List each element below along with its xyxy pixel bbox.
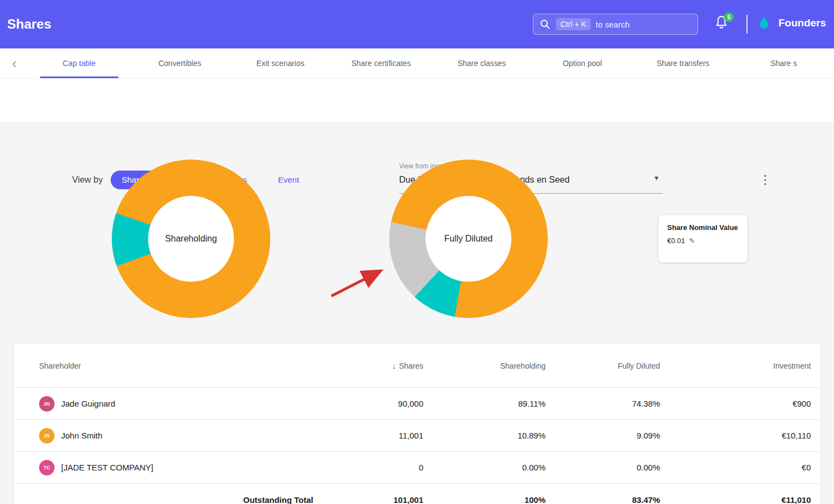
shareholding-value: 0.00% xyxy=(423,463,546,472)
totals-investment: €11,010 xyxy=(660,495,811,504)
tab-share-splits[interactable]: Share s xyxy=(733,48,834,78)
table-row[interactable]: TC [JADE TEST COMPANY] 0 0.00% 0.00% €0 xyxy=(14,452,821,484)
fully-diluted-value: 0.00% xyxy=(546,463,660,472)
totals-shares: 101,001 xyxy=(313,495,423,504)
table-row[interactable]: JS John Smith 11,001 10.89% 9.09% €10,11… xyxy=(14,420,821,452)
shareholder-name: [JADE TEST COMPANY] xyxy=(61,463,154,472)
avatar: JS xyxy=(39,428,54,443)
shareholding-donut-chart: Shareholding xyxy=(112,160,270,318)
totals-label: Outstanding Total xyxy=(39,495,313,504)
active-tab-underline xyxy=(40,76,118,78)
page-title: Shares xyxy=(7,17,51,32)
chevron-down-icon: ▾ xyxy=(655,173,658,182)
shares-value: 0 xyxy=(313,463,423,472)
fully-diluted-value: 9.09% xyxy=(546,431,660,440)
filter-bar: View by Shareholding Share Class Event V… xyxy=(0,79,834,123)
app-header: Shares Ctrl + K to search 5 Founders xyxy=(0,0,834,48)
shares-value: 90,000 xyxy=(313,399,423,408)
investment-value: €900 xyxy=(660,399,811,408)
tab-option-pool[interactable]: Option pool xyxy=(532,48,633,78)
shareholder-name: John Smith xyxy=(61,431,102,440)
notifications-button[interactable]: 5 xyxy=(714,14,733,34)
col-header-fully-diluted: Fully Diluted xyxy=(546,361,660,370)
tab-label: Cap table xyxy=(63,59,96,68)
tab-label: Share s xyxy=(770,59,797,68)
view-option-event[interactable]: Event xyxy=(278,175,299,184)
tab-share-transfers[interactable]: Share transfers xyxy=(633,48,733,78)
sort-desc-icon: ↓ xyxy=(392,361,396,370)
table-totals-row: Outstanding Total 101,001 100% 83.47% €1… xyxy=(14,484,821,504)
account-menu[interactable]: Founders xyxy=(778,17,826,29)
cap-table: Shareholder ↓ Shares Shareholding Fully … xyxy=(14,344,821,504)
col-header-shares[interactable]: ↓ Shares xyxy=(313,361,423,370)
fully-diluted-value: 74.38% xyxy=(546,399,660,408)
tab-cap-table[interactable]: Cap table xyxy=(29,48,129,78)
page: Shares Ctrl + K to search 5 Founders ‹ xyxy=(0,0,834,504)
tab-exit-scenarios[interactable]: Exit scenarios xyxy=(230,48,331,78)
tab-label: Option pool xyxy=(563,59,602,68)
table-header-row: Shareholder ↓ Shares Shareholding Fully … xyxy=(14,344,821,388)
tab-label: Share classes xyxy=(457,59,506,68)
donut-title: Fully Diluted xyxy=(444,234,493,244)
investment-value: €0 xyxy=(660,463,811,472)
avatar: TC xyxy=(39,460,54,475)
donut-hole: Fully Diluted xyxy=(426,196,511,282)
tab-label: Share certificates xyxy=(351,59,411,68)
shareholding-value: 10.89% xyxy=(423,431,546,440)
fully-diluted-donut-chart: Fully Diluted xyxy=(389,160,548,318)
notification-badge: 5 xyxy=(724,12,734,22)
edit-icon[interactable]: ✎ xyxy=(689,237,695,245)
chevron-left-icon: ‹ xyxy=(12,55,17,72)
shareholding-value: 89.11% xyxy=(423,399,546,408)
back-button[interactable]: ‹ xyxy=(0,48,29,78)
totals-fully-diluted: 83.47% xyxy=(546,495,660,504)
search-input[interactable]: Ctrl + K to search xyxy=(533,14,698,35)
tab-label: Exit scenarios xyxy=(257,59,304,68)
col-header-investment: Investment xyxy=(660,361,811,370)
donut-title: Shareholding xyxy=(165,234,217,244)
kebab-icon: ⋮ xyxy=(759,173,771,187)
col-header-shares-label: Shares xyxy=(399,361,423,370)
col-header-shareholder: Shareholder xyxy=(39,361,313,370)
tab-label: Share transfers xyxy=(657,59,710,68)
investment-value: €10,110 xyxy=(660,431,811,440)
donut-hole: Shareholding xyxy=(148,196,234,282)
nominal-value-title: Share Nominal Value xyxy=(667,223,739,232)
search-shortcut-chip: Ctrl + K xyxy=(556,18,591,30)
company-logo-droplet-icon xyxy=(759,15,770,33)
totals-shareholding: 100% xyxy=(423,495,546,504)
tab-share-certificates[interactable]: Share certificates xyxy=(331,48,432,78)
tab-share-classes[interactable]: Share classes xyxy=(432,48,532,78)
search-icon xyxy=(539,19,550,30)
header-divider xyxy=(746,15,748,34)
avatar: JG xyxy=(39,396,54,412)
annotation-arrow xyxy=(325,262,394,302)
tab-label: Convertibles xyxy=(159,59,201,68)
shares-value: 11,001 xyxy=(313,431,423,440)
nominal-value: €0.01 xyxy=(667,237,685,245)
more-options-button[interactable]: ⋮ xyxy=(759,171,770,189)
module-tabbar: ‹ Cap table Convertibles Exit scenarios … xyxy=(0,48,834,79)
view-by-label: View by xyxy=(72,175,103,185)
shareholder-name: Jade Guignard xyxy=(61,399,115,408)
tab-convertibles[interactable]: Convertibles xyxy=(129,48,230,78)
table-row[interactable]: JG Jade Guignard 90,000 89.11% 74.38% €9… xyxy=(14,388,821,420)
search-placeholder: to search xyxy=(596,20,630,29)
col-header-shareholding: Shareholding xyxy=(423,361,546,370)
share-nominal-value-card: Share Nominal Value €0.01 ✎ xyxy=(658,215,748,262)
